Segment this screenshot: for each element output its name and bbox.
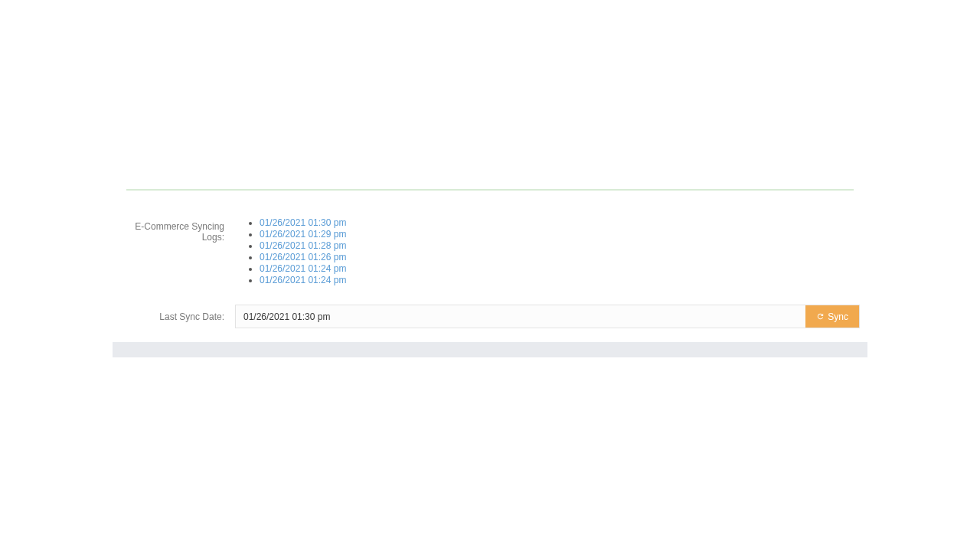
log-link[interactable]: 01/26/2021 01:29 pm <box>260 229 346 240</box>
log-link[interactable]: 01/26/2021 01:30 pm <box>260 217 346 228</box>
log-link[interactable]: 01/26/2021 01:24 pm <box>260 275 346 285</box>
refresh-icon <box>816 312 825 321</box>
list-item: 01/26/2021 01:24 pm <box>260 275 860 286</box>
log-link[interactable]: 01/26/2021 01:24 pm <box>260 263 346 274</box>
panel-footer-bar <box>113 342 867 357</box>
syncing-logs-row: E-Commerce Syncing Logs: 01/26/2021 01:3… <box>120 191 860 286</box>
last-sync-label: Last Sync Date: <box>120 311 235 322</box>
last-sync-value: 01/26/2021 01:30 pm <box>236 305 805 328</box>
log-link[interactable]: 01/26/2021 01:26 pm <box>260 252 346 262</box>
list-item: 01/26/2021 01:28 pm <box>260 240 860 252</box>
syncing-logs-content: 01/26/2021 01:30 pm 01/26/2021 01:29 pm … <box>235 217 860 286</box>
sync-button[interactable]: Sync <box>805 305 859 328</box>
sync-button-label: Sync <box>828 311 848 322</box>
log-link[interactable]: 01/26/2021 01:28 pm <box>260 240 346 251</box>
last-sync-bar: 01/26/2021 01:30 pm Sync <box>235 305 860 328</box>
last-sync-content: 01/26/2021 01:30 pm Sync <box>235 305 860 328</box>
list-item: 01/26/2021 01:30 pm <box>260 217 860 229</box>
syncing-logs-label: E-Commerce Syncing Logs: <box>120 217 235 243</box>
list-item: 01/26/2021 01:26 pm <box>260 252 860 263</box>
list-item: 01/26/2021 01:29 pm <box>260 229 860 240</box>
list-item: 01/26/2021 01:24 pm <box>260 263 860 275</box>
sync-panel: E-Commerce Syncing Logs: 01/26/2021 01:3… <box>113 189 867 342</box>
last-sync-row: Last Sync Date: 01/26/2021 01:30 pm Sync <box>120 286 860 328</box>
syncing-logs-list: 01/26/2021 01:30 pm 01/26/2021 01:29 pm … <box>235 217 860 286</box>
